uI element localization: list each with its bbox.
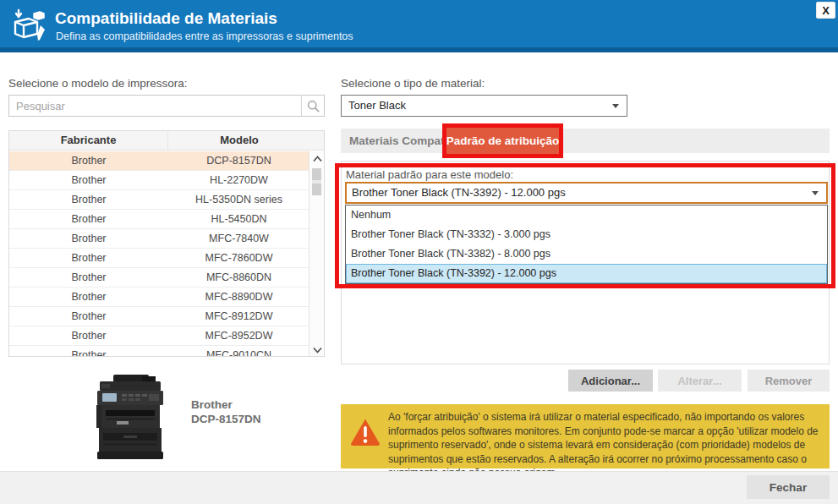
default-material-combobox[interactable]: Brother Toner Black (TN-3392) - 12.000 p… [345,182,828,204]
option-nenhum[interactable]: Nenhum [346,205,827,225]
table-row[interactable]: Brother MFC-8860DN [9,268,309,288]
table-row[interactable]: Brother MFC-7860DW [9,249,309,268]
table-row[interactable]: Brother DCP-8157DN [9,151,309,171]
cell-modelo: MFC-8890DW [168,288,309,306]
dialog-header: Compatibilidade de Materiais Defina as c… [0,0,838,52]
table-row[interactable]: Brother MFC-7840W [9,229,309,249]
option-tn3332[interactable]: Brother Toner Black (TN-3332) - 3.000 pg… [346,225,827,244]
cell-modelo: DCP-8157DN [168,151,309,170]
cell-fabricante: Brother [9,288,168,306]
table-row[interactable]: Brother MFC-8890DW [9,288,309,307]
material-type-label: Selecione o tipo de material: [341,77,485,90]
cell-fabricante: Brother [9,249,168,267]
page-subtitle: Defina as compatibilidades entre as impr… [56,30,353,42]
cell-fabricante: Brother [9,190,168,209]
table-row[interactable]: Brother MFC-9010CN [9,346,309,357]
table-row[interactable]: Brother HL-2270DW [9,171,309,190]
material-type-combobox[interactable]: Toner Black [341,95,627,117]
printer-table-header: Fabricante Modelo [9,131,324,151]
cell-modelo: HL-5450DN [168,210,309,228]
cell-fabricante: Brother [9,346,168,357]
cell-fabricante: Brother [9,210,168,228]
cell-modelo: HL-5350DN series [168,190,309,209]
material-type-value: Toner Black [348,96,406,116]
default-material-label: Material padrão para este modelo: [346,168,513,181]
warning-triangle-icon [349,417,381,447]
selected-printer-brand: Brother [191,397,261,412]
materials-box-icon [12,8,47,42]
cell-modelo: MFC-7860DW [168,249,309,267]
scrollbar-thumb[interactable] [312,168,321,195]
close-dialog-button[interactable]: Fechar [747,475,830,499]
cell-fabricante: Brother [9,171,168,189]
printer-model-label: Selecione o modelo de impressora: [8,77,188,90]
cell-fabricante: Brother [9,151,168,170]
table-row[interactable]: Brother MFC-8952DW [9,326,309,346]
cell-modelo: MFC-8952DW [168,326,309,345]
add-button[interactable]: Adicionar... [568,370,653,392]
cell-fabricante: Brother [9,229,168,248]
selected-printer-caption: Brother DCP-8157DN [191,397,261,426]
search-icon [307,100,320,112]
selected-printer-model: DCP-8157DN [191,412,261,426]
printer-table: Fabricante Modelo Brother DCP-8157DN Bro… [8,130,325,357]
column-header-modelo[interactable]: Modelo [168,131,310,150]
table-scrollbar[interactable] [309,151,324,357]
printer-table-body: Brother DCP-8157DN Brother HL-2270DW Bro… [9,151,309,357]
option-tn3392-selected[interactable]: Brother Toner Black (TN-3392) - 12.000 p… [346,264,827,283]
cell-modelo: HL-2270DW [168,171,309,189]
cell-modelo: MFC-8860DN [168,268,309,287]
cell-modelo: MFC-9010CN [168,346,309,357]
edit-button[interactable]: Alterar... [658,370,742,392]
cell-fabricante: Brother [9,326,168,345]
chevron-down-icon [612,104,619,108]
cell-modelo: MFC-7840W [168,229,309,248]
tab-bar: Materiais Compatíveis [341,129,830,153]
scroll-down-icon[interactable] [309,342,325,357]
column-header-fabricante[interactable]: Fabricante [9,131,168,150]
cell-fabricante: Brother [9,307,168,326]
warning-box: Ao 'forçar atribuição' o sistema irá uti… [341,404,830,468]
cell-fabricante: Brother [9,268,168,287]
chevron-down-icon [812,191,819,195]
option-tn3382[interactable]: Brother Toner Black (TN-3382) - 8.000 pg… [346,244,827,264]
default-material-value: Brother Toner Black (TN-3392) - 12.000 p… [352,184,566,202]
tab-padrao-de-atribuicao[interactable]: Padrão de atribuição [446,128,559,154]
search-input[interactable] [9,96,301,116]
default-material-option-list: Nenhum Brother Toner Black (TN-3332) - 3… [345,205,828,284]
materials-compatibility-dialog: Compatibilidade de Materiais Defina as c… [0,0,838,504]
scroll-up-icon[interactable] [309,151,325,166]
table-row[interactable]: Brother MFC-8912DW [9,307,309,326]
close-icon[interactable]: X [816,2,835,19]
printer-search-box [8,95,325,117]
search-button[interactable] [301,96,324,116]
page-title: Compatibilidade de Materiais [55,9,277,28]
cell-modelo: MFC-8912DW [168,307,309,326]
footer-bar [0,471,838,504]
printer-photo [91,374,169,463]
remove-button[interactable]: Remover [748,370,830,392]
warning-text: Ao 'forçar atribuição' o sistema irá uti… [388,410,824,480]
table-row[interactable]: Brother HL-5350DN series [9,190,309,210]
table-row[interactable]: Brother HL-5450DN [9,210,309,229]
